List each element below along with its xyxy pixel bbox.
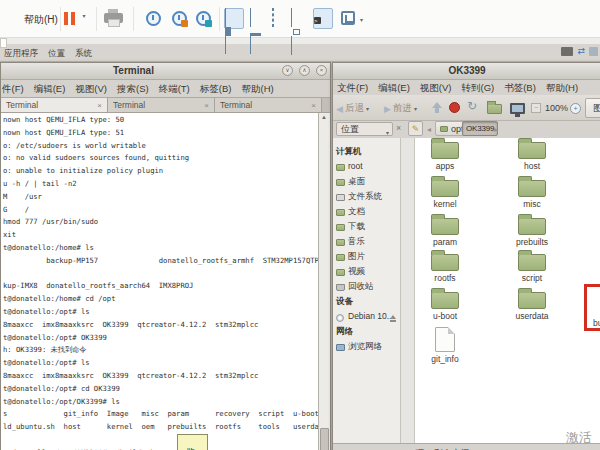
sidebar-item-root[interactable]: root <box>333 161 400 176</box>
snapshot-restore-icon[interactable] <box>172 11 187 26</box>
file-item-apps[interactable]: apps <box>415 138 477 171</box>
tab-close-icon[interactable]: × <box>311 101 316 110</box>
terminal-line: nown host QEMU_IFLA type: 50 <box>3 114 330 127</box>
chevron-down-icon[interactable]: ▾ <box>360 16 363 23</box>
eject-icon[interactable] <box>390 315 396 319</box>
file-item-param[interactable]: param <box>415 213 477 247</box>
maximize-button[interactable]: ∧ <box>299 65 310 76</box>
help-menu[interactable]: 帮助(H) <box>24 13 58 27</box>
folder-icon <box>336 269 345 276</box>
keyboard-tray-icon[interactable] <box>561 47 573 56</box>
sidebar-item-图片[interactable]: 图片 <box>333 251 400 266</box>
fm-menu-item[interactable]: 转到(G) <box>461 82 494 95</box>
file-item-host[interactable]: host <box>500 138 564 171</box>
terminal-menu-item[interactable]: 件(F) <box>2 83 24 96</box>
sidebar-item-Debian 10...[interactable]: Debian 10... <box>333 311 400 326</box>
sidebar-item-音乐[interactable]: 音乐 <box>333 236 400 251</box>
network-tray-icon[interactable]: ⇄ <box>577 47 585 56</box>
snapshot-take-icon[interactable] <box>196 11 211 26</box>
chevron-down-icon[interactable]: ▾ <box>82 13 85 19</box>
stop-button[interactable] <box>449 102 460 113</box>
minimize-button[interactable]: ∨ <box>282 65 293 76</box>
tab-label: Terminal <box>113 100 145 110</box>
sidebar-item-下载[interactable]: 下载 <box>333 221 400 236</box>
terminal-menu-item[interactable]: 视图(V) <box>75 83 107 96</box>
file-item-misc[interactable]: misc <box>500 175 564 209</box>
terminal-titlebar[interactable]: Terminal ∨ ∧ × <box>1 63 330 80</box>
drive-icon <box>336 194 345 201</box>
sidebar-item-label: 桌面 <box>348 176 365 186</box>
highlighted-file-label[interactable]: bu <box>593 318 600 328</box>
back-button[interactable]: ◀ 后退 ▾ <box>336 99 369 118</box>
chevron-down-icon[interactable]: ▾ <box>414 105 417 112</box>
places-selector[interactable]: 位置 ▾ <box>336 122 393 136</box>
sidebar-item-文件系统[interactable]: 文件系统 <box>333 191 400 206</box>
bottom-panel-button[interactable] <box>249 8 269 29</box>
home-folder-icon[interactable] <box>487 104 502 114</box>
history-clock-icon[interactable] <box>146 11 161 26</box>
guest-menu-应用程序[interactable]: 应用程序 <box>4 48 38 60</box>
tray-icon[interactable] <box>589 47 598 56</box>
file-item-u-boot[interactable]: u-boot <box>415 287 477 321</box>
zoom-in-button[interactable]: + <box>570 103 581 114</box>
sidebar-item-视频[interactable]: 视频 <box>333 266 400 281</box>
terminal-menu-item[interactable]: 终端(T) <box>159 83 190 96</box>
guest-menu-位置[interactable]: 位置 <box>48 48 65 60</box>
file-item-git_info[interactable]: git_info <box>415 325 477 364</box>
tab-close-icon[interactable]: × <box>204 101 209 110</box>
file-item-script[interactable]: script <box>500 249 564 283</box>
terminal-tab[interactable]: Terminal× <box>1 98 108 112</box>
close-button[interactable]: × <box>316 65 327 76</box>
terminal-toggle-button[interactable]: >_ <box>313 8 333 29</box>
sidebar-item-回收站[interactable]: 回收站 <box>333 281 400 296</box>
sidebar-item-文档[interactable]: 文档 <box>333 206 400 221</box>
terminal-content[interactable]: nown host QEMU_IFLA type: 50nown host QE… <box>1 113 330 450</box>
sidebar-item-桌面[interactable]: 桌面 <box>333 176 400 191</box>
terminal-line: t@donatello:/home# ls <box>3 242 330 255</box>
sidebar-scrollbar[interactable] <box>401 138 415 443</box>
resize-display-icon[interactable] <box>341 11 355 25</box>
file-item-kernel[interactable]: kernel <box>415 175 477 209</box>
breadcrumb-scroll-left[interactable]: ◂ <box>427 125 431 134</box>
terminal-tab[interactable]: Terminal× <box>215 98 322 112</box>
file-manager-titlebar[interactable]: OK3399 <box>333 63 600 80</box>
fm-menu-item[interactable]: 文件(F) <box>337 82 368 95</box>
file-item-userdata[interactable]: userdata <box>500 287 564 321</box>
terminal-menu-item[interactable]: 搜索(S) <box>117 83 149 96</box>
terminal-menu-item[interactable]: 帮助(H) <box>241 83 273 96</box>
scroll-up-icon[interactable]: ▲ <box>321 114 327 120</box>
close-icon[interactable]: × <box>396 123 401 133</box>
file-label: misc <box>500 199 564 209</box>
terminal-menu-item[interactable]: 编辑(E) <box>34 83 66 96</box>
terminal-tab[interactable]: Terminal× <box>108 98 215 112</box>
edit-location-button[interactable]: ✎ <box>408 121 423 136</box>
forward-button[interactable]: ▶ 前进 ▾ <box>384 99 417 118</box>
zoom-out-button[interactable]: − <box>531 103 541 113</box>
file-item-prebuilts[interactable]: prebuilts <box>500 213 564 247</box>
fit-window-button[interactable] <box>290 8 310 29</box>
up-icon[interactable] <box>435 108 439 113</box>
chevron-down-icon[interactable]: ▾ <box>366 105 369 112</box>
refresh-icon[interactable]: ↻ <box>467 99 477 113</box>
sidebar-item-浏览网络[interactable]: 浏览网络 <box>333 341 400 356</box>
scrollbar-thumb[interactable] <box>320 428 329 450</box>
sidebar-item-label: 下载 <box>348 221 365 231</box>
view-mode-button[interactable]: 图标视图 <box>585 98 600 118</box>
breadcrumb-scroll-right[interactable]: ▸ <box>494 125 498 134</box>
fm-menu-item[interactable]: 视图(V) <box>420 82 452 95</box>
fm-menu-item[interactable]: 书签(B) <box>504 82 536 95</box>
printer-icon[interactable] <box>104 13 123 23</box>
file-grid[interactable]: bu appshostkernelmiscparamprebuiltsrootf… <box>415 138 600 443</box>
breadcrumb-ok3399[interactable]: OK3399 <box>462 121 498 136</box>
pause-button[interactable]: ▾ <box>64 12 85 30</box>
split-view-button[interactable] <box>224 8 244 29</box>
terminal-menu-item[interactable]: 标签(B) <box>200 83 232 96</box>
guest-menu-系统[interactable]: 系统 <box>75 48 92 60</box>
file-item-rootfs[interactable]: rootfs <box>415 249 477 283</box>
computer-icon[interactable] <box>510 103 525 114</box>
fullscreen-button[interactable] <box>271 8 291 29</box>
tab-close-icon[interactable]: × <box>97 101 102 110</box>
terminal-scrollbar[interactable]: ▲ <box>318 113 330 450</box>
fm-menu-item[interactable]: 帮助(H) <box>546 82 578 95</box>
fm-menu-item[interactable]: 编辑(E) <box>378 82 410 95</box>
